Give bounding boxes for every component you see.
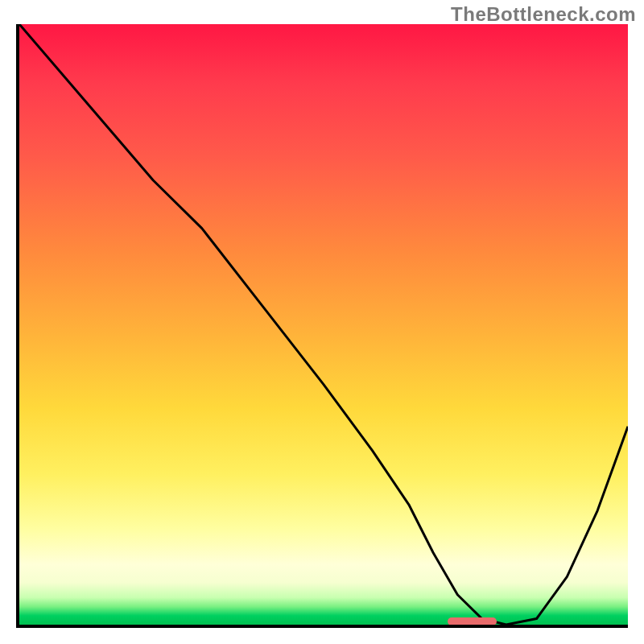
- plot-area: [16, 24, 628, 628]
- bottleneck-curve: [19, 24, 628, 625]
- curve-path: [19, 24, 628, 625]
- optimal-marker: [448, 617, 497, 625]
- watermark-text: TheBottleneck.com: [451, 3, 636, 26]
- chart-frame: TheBottleneck.com: [0, 0, 644, 644]
